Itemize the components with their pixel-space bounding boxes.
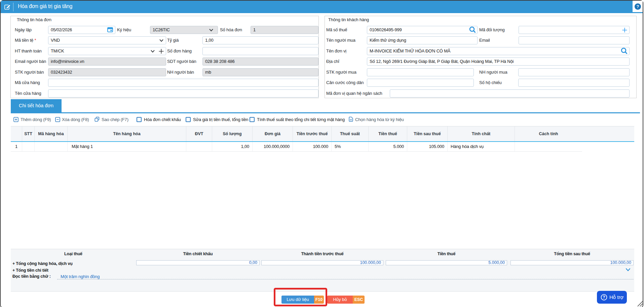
svg-text:?: ? — [603, 295, 605, 300]
